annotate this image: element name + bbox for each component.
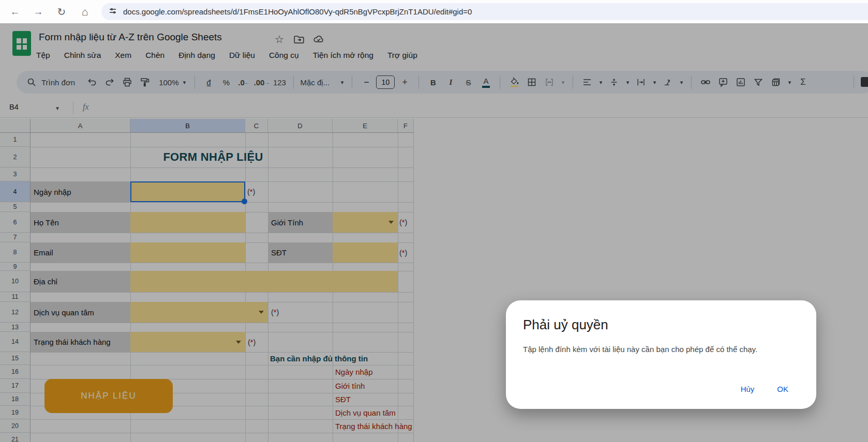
dialog-body: Tập lệnh đính kèm với tài liệu này cần b… <box>523 345 757 354</box>
dialog-actions: Hủy OK <box>741 385 788 393</box>
dialog-title: Phải uỷ quyền <box>523 317 608 333</box>
back-icon[interactable] <box>7 4 23 20</box>
sheets-app: Form nhập liệu từ A-Z trên Google Sheets… <box>0 23 868 442</box>
forward-icon[interactable] <box>31 4 46 20</box>
home-icon[interactable] <box>77 4 93 20</box>
ok-button[interactable]: OK <box>777 385 788 393</box>
site-info-icon[interactable] <box>108 6 118 18</box>
reload-icon[interactable] <box>54 4 69 20</box>
browser-toolbar: docs.google.com/spreadsheets/d/1FmsE1HoO… <box>0 0 868 23</box>
authorization-dialog: Phải uỷ quyền Tập lệnh đính kèm với tài … <box>506 300 816 409</box>
screen: docs.google.com/spreadsheets/d/1FmsE1HoO… <box>0 0 868 442</box>
address-bar[interactable]: docs.google.com/spreadsheets/d/1FmsE1HoO… <box>101 3 868 20</box>
url-text: docs.google.com/spreadsheets/d/1FmsE1HoO… <box>123 7 472 16</box>
cancel-button[interactable]: Hủy <box>741 385 755 393</box>
